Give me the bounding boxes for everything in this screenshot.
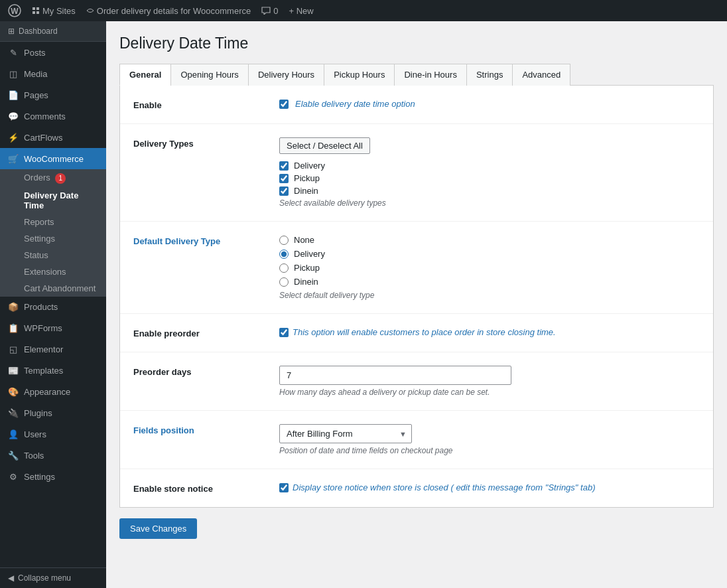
preorder-days-row: Preorder days How many days ahead a deli… — [120, 352, 713, 411]
pickup-type-checkbox[interactable] — [279, 174, 289, 183]
sidebar-sub-orders[interactable]: Orders 1 — [0, 169, 106, 187]
delivery-types-content: Select / Deselect All Delivery Pickup Di… — [279, 137, 700, 208]
settings-panel: Enable Elable delivery date time option … — [119, 86, 714, 508]
dinein-type-checkbox[interactable] — [279, 186, 289, 196]
sidebar-item-pages[interactable]: 📄 Pages — [0, 84, 106, 106]
tab-general[interactable]: General — [119, 64, 171, 86]
sidebar-item-posts[interactable]: ✎ Posts — [0, 42, 106, 63]
default-delivery-label: Default Delivery Type — [133, 235, 266, 246]
save-changes-button[interactable]: Save Changes — [119, 518, 197, 539]
sidebar-item-users[interactable]: 👤 Users — [0, 424, 106, 445]
elementor-icon: ◱ — [8, 344, 19, 355]
tab-opening-hours[interactable]: Opening Hours — [170, 64, 248, 86]
site-name-link[interactable]: Order delivery details for Woocommerce — [86, 6, 251, 16]
tab-dine-in-hours[interactable]: Dine-in Hours — [394, 64, 466, 86]
users-icon: 👤 — [8, 429, 19, 440]
default-delivery-content: None Delivery Pickup Dinein Select defau… — [279, 235, 700, 300]
radio-dinein-row: Dinein — [279, 277, 700, 287]
templates-icon: 📰 — [8, 366, 19, 376]
radio-pickup[interactable] — [279, 263, 289, 273]
new-link[interactable]: + New — [289, 6, 313, 16]
tab-advanced[interactable]: Advanced — [512, 64, 570, 86]
preorder-label: Enable preorder — [133, 327, 266, 338]
sidebar-item-media[interactable]: ◫ Media — [0, 63, 106, 84]
preorder-days-content: How many days ahead a delivery or pickup… — [279, 366, 700, 397]
sidebar-item-wpforms[interactable]: 📋 WPForms — [0, 318, 106, 339]
preorder-days-input[interactable] — [279, 366, 511, 385]
tab-pickup-hours[interactable]: Pickup Hours — [324, 64, 395, 86]
svg-text:W: W — [11, 7, 19, 16]
sidebar-item-elementor[interactable]: ◱ Elementor — [0, 339, 106, 360]
delivery-checkbox-row: Delivery — [279, 161, 700, 171]
sidebar-dashboard[interactable]: ⊞ Dashboard — [0, 21, 106, 42]
delivery-type-label: Delivery — [294, 161, 325, 171]
tabs-container: General Opening Hours Delivery Hours Pic… — [119, 63, 714, 86]
sidebar-item-settings[interactable]: ⚙ Settings — [0, 467, 106, 488]
collapse-menu-button[interactable]: ◀ Collapse menu — [0, 567, 106, 588]
preorder-hint: This option will enable customers to pla… — [293, 327, 556, 337]
dinein-checkbox-row: Dinein — [279, 186, 700, 196]
appearance-icon: 🎨 — [8, 387, 19, 398]
default-delivery-row: Default Delivery Type None Delivery Pick… — [120, 222, 713, 314]
sidebar-sub-cart-abandonment[interactable]: Cart Abandonment — [0, 280, 106, 297]
store-notice-checkbox[interactable] — [279, 483, 289, 492]
sidebar-sub-reports[interactable]: Reports — [0, 214, 106, 230]
radio-none-row: None — [279, 235, 700, 245]
cartflows-icon: ⚡ — [8, 132, 19, 143]
sidebar-item-products[interactable]: 📦 Products — [0, 297, 106, 318]
wp-logo[interactable]: W — [8, 4, 21, 17]
store-notice-content: Display store notice when store is close… — [279, 482, 700, 492]
sidebar-item-templates[interactable]: 📰 Templates — [0, 360, 106, 382]
orders-badge: 1 — [55, 173, 66, 184]
sidebar-item-cartflows[interactable]: ⚡ CartFlows — [0, 127, 106, 148]
select-deselect-button[interactable]: Select / Deselect All — [279, 137, 370, 154]
svg-rect-3 — [36, 7, 39, 10]
enable-row: Enable Elable delivery date time option — [120, 86, 713, 124]
radio-delivery-label: Delivery — [294, 249, 325, 259]
radio-none-label: None — [294, 235, 314, 245]
page-title: Delivery Date Time — [119, 35, 714, 52]
pages-icon: 📄 — [8, 90, 19, 100]
products-icon: 📦 — [8, 302, 19, 313]
sidebar-item-comments[interactable]: 💬 Comments — [0, 106, 106, 127]
sidebar-item-plugins[interactable]: 🔌 Plugins — [0, 403, 106, 424]
enable-checkbox[interactable] — [279, 100, 289, 109]
main-content: Delivery Date Time General Opening Hours… — [106, 21, 727, 588]
sidebar-item-woocommerce[interactable]: 🛒 WooCommerce — [0, 148, 106, 169]
radio-dinein[interactable] — [279, 277, 289, 287]
tab-strings[interactable]: Strings — [466, 64, 513, 86]
posts-icon: ✎ — [8, 47, 19, 58]
fields-position-select[interactable]: After Billing Form Before Billing Form A… — [279, 424, 412, 443]
radio-delivery-row: Delivery — [279, 249, 700, 259]
preorder-days-label: Preorder days — [133, 366, 266, 377]
delivery-type-checkbox[interactable] — [279, 161, 289, 171]
sidebar-item-appearance[interactable]: 🎨 Appearance — [0, 382, 106, 403]
sidebar-sub-status[interactable]: Status — [0, 247, 106, 263]
fields-position-hint: Position of date and time fields on chec… — [279, 446, 700, 455]
store-notice-hint: Display store notice when store is close… — [293, 482, 595, 492]
enable-hint: Elable delivery date time option — [295, 99, 415, 109]
comments-link[interactable]: 0 — [261, 6, 278, 16]
sidebar: ⊞ Dashboard ✎ Posts ◫ Media 📄 Pages 💬 Co… — [0, 21, 106, 588]
pickup-checkbox-row: Pickup — [279, 173, 700, 183]
fields-position-content: After Billing Form Before Billing Form A… — [279, 424, 700, 455]
svg-rect-2 — [33, 7, 35, 10]
enable-content: Elable delivery date time option — [279, 99, 700, 109]
tools-icon: 🔧 — [8, 451, 19, 461]
tab-delivery-hours[interactable]: Delivery Hours — [248, 64, 324, 86]
sidebar-sub-extensions[interactable]: Extensions — [0, 263, 106, 280]
sidebar-item-tools[interactable]: 🔧 Tools — [0, 445, 106, 467]
fields-position-label: Fields position — [133, 424, 266, 435]
radio-delivery[interactable] — [279, 250, 289, 259]
radio-none[interactable] — [279, 236, 289, 245]
sidebar-sub-settings[interactable]: Settings — [0, 230, 106, 247]
default-delivery-hint: Select default delivery type — [279, 291, 700, 300]
fields-position-row: Fields position After Billing Form Befor… — [120, 411, 713, 469]
svg-rect-5 — [36, 11, 39, 14]
preorder-checkbox[interactable] — [279, 328, 289, 337]
sidebar-sub-delivery-date-time[interactable]: Delivery Date Time — [0, 187, 106, 214]
radio-pickup-row: Pickup — [279, 263, 700, 273]
my-sites-link[interactable]: My Sites — [32, 6, 76, 16]
store-notice-label: Enable store notice — [133, 482, 266, 494]
dinein-type-label: Dinein — [294, 186, 318, 196]
